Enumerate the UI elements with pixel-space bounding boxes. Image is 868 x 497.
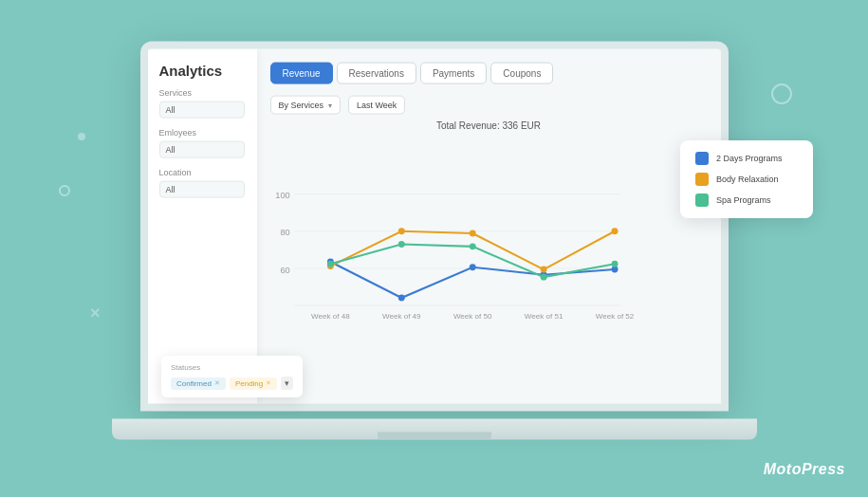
- services-filter-label: Services: [159, 88, 246, 98]
- statuses-card: Statuses Confirmed ✕ Pending ✕ ▾: [161, 356, 303, 397]
- legend-item-orange: Body Relaxation: [695, 173, 798, 186]
- confirmed-remove-icon[interactable]: ✕: [214, 379, 220, 387]
- statuses-tags: Confirmed ✕ Pending ✕ ▾: [171, 377, 293, 390]
- location-filter-select[interactable]: All: [159, 181, 245, 198]
- laptop-base: [112, 419, 757, 440]
- legend-dot-orange: [695, 173, 709, 186]
- confirmed-tag: Confirmed ✕: [171, 377, 226, 390]
- chevron-down-icon: ▾: [328, 101, 332, 109]
- legend-label-orange: Body Relaxation: [716, 175, 779, 184]
- svg-text:100: 100: [275, 191, 289, 200]
- motopress-branding: MotoPress: [764, 461, 845, 478]
- green-point-3: [540, 274, 546, 281]
- legend-card: 2 Days Programs Body Relaxation Spa Prog…: [680, 140, 813, 218]
- orange-point-3: [540, 267, 546, 273]
- svg-text:80: 80: [280, 228, 289, 237]
- period-dropdown-label: Last Week: [357, 101, 397, 110]
- pending-tag-label: Pending: [235, 379, 263, 388]
- orange-line: [330, 231, 615, 269]
- tab-coupons[interactable]: Coupons: [490, 63, 553, 84]
- blue-point-2: [469, 264, 475, 270]
- tab-payments[interactable]: Payments: [420, 63, 487, 84]
- location-filter-label: Location: [159, 168, 246, 177]
- green-point-1: [397, 241, 404, 248]
- confirmed-tag-label: Confirmed: [176, 379, 212, 388]
- green-point-2: [469, 243, 475, 249]
- blue-point-1: [397, 295, 404, 302]
- svg-text:60: 60: [280, 266, 289, 275]
- services-dropdown[interactable]: By Services ▾: [270, 96, 342, 115]
- legend-dot-blue: [695, 152, 709, 165]
- employees-filter-select[interactable]: All: [159, 141, 245, 158]
- main-content: Revenue Reservations Payments Coupons By…: [257, 49, 721, 404]
- chart-title: Total Revenue: 336 EUR: [270, 120, 708, 131]
- tab-revenue[interactable]: Revenue: [270, 63, 333, 84]
- pending-remove-icon[interactable]: ✕: [266, 379, 271, 387]
- svg-text:Week of 51: Week of 51: [524, 312, 563, 321]
- orange-point-2: [469, 230, 475, 237]
- statuses-label: Statuses: [171, 363, 293, 372]
- revenue-chart: 100 80 60 Week of 48 Week of 49 Week of …: [270, 138, 708, 395]
- services-filter-select[interactable]: All: [159, 101, 245, 119]
- legend-item-teal: Spa Programs: [695, 193, 798, 207]
- green-point-0: [326, 261, 333, 267]
- svg-text:Week of 48: Week of 48: [311, 312, 350, 321]
- legend-label-teal: Spa Programs: [716, 195, 771, 205]
- analytics-title: Analytics: [159, 63, 246, 79]
- employees-filter-label: Emloyees: [159, 128, 246, 138]
- location-filter-group: Location All: [159, 168, 246, 198]
- filters-row: By Services ▾ Last Week: [270, 96, 708, 115]
- svg-text:Week of 52: Week of 52: [595, 312, 634, 321]
- tabs-row: Revenue Reservations Payments Coupons: [270, 63, 708, 84]
- legend-label-blue: 2 Days Programs: [716, 154, 783, 163]
- services-filter-group: Services All: [159, 88, 246, 119]
- period-dropdown[interactable]: Last Week: [348, 96, 405, 115]
- pending-tag: Pending ✕: [230, 377, 277, 390]
- analytics-sidebar: Analytics Services All Emloyees All Loca…: [148, 49, 257, 404]
- svg-text:Week of 50: Week of 50: [452, 312, 491, 321]
- chart-wrapper: 100 80 60 Week of 48 Week of 49 Week of …: [270, 138, 708, 395]
- services-dropdown-label: By Services: [279, 101, 324, 110]
- svg-text:Week of 49: Week of 49: [382, 312, 421, 321]
- tab-reservations[interactable]: Reservations: [337, 63, 416, 84]
- employees-filter-group: Emloyees All: [159, 128, 246, 158]
- orange-point-4: [611, 228, 618, 234]
- screen-content: Analytics Services All Emloyees All Loca…: [148, 49, 721, 404]
- green-point-4: [611, 261, 618, 267]
- legend-item-blue: 2 Days Programs: [695, 152, 798, 165]
- orange-point-1: [397, 228, 404, 234]
- legend-dot-teal: [695, 193, 709, 207]
- statuses-dropdown-button[interactable]: ▾: [281, 377, 293, 390]
